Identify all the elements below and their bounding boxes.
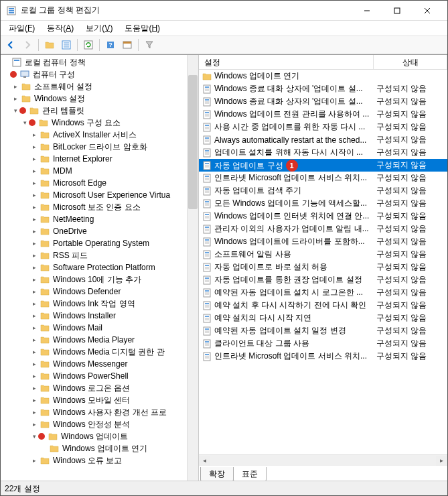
up-button[interactable]: [42, 38, 57, 52]
menu-file[interactable]: 파일(F): [3, 21, 40, 36]
tree-toggle[interactable]: ▸: [30, 361, 38, 367]
tree-node[interactable]: ▸ ActiveX Installer 서비스: [2, 129, 197, 141]
list-row[interactable]: 자동 업데이트 구성1 구성되지 않음: [199, 159, 447, 172]
tree-node[interactable]: ▸ Windows 설정: [2, 92, 197, 105]
tree-node[interactable]: ▸ OneDrive: [2, 225, 197, 237]
tree-node[interactable]: ▸ MDM: [2, 165, 197, 177]
list-row[interactable]: Windows 업데이트 인터넷 위치에 연결 안... 구성되지 않음: [199, 210, 447, 223]
list-row[interactable]: 자동 업데이트를 통한 권장 업데이트 설정 구성되지 않음: [199, 273, 447, 286]
menu-help[interactable]: 도움말(H): [119, 21, 165, 36]
tree-node[interactable]: ▸ Windows Media Player: [2, 334, 197, 346]
tree-toggle[interactable]: ▸: [30, 373, 38, 379]
tree-panel[interactable]: 로컬 컴퓨터 정책 컴퓨터 구성 ▸ 소프트웨어 설정 ▸ Windows 설정…: [1, 55, 199, 481]
list-row[interactable]: 관리자 이외의 사용자가 업데이트 알림 내... 구성되지 않음: [199, 223, 447, 235]
tree-node[interactable]: ▸ Windows Ink 작업 영역: [2, 298, 197, 310]
tree-toggle[interactable]: ▸: [30, 421, 38, 428]
filter-button[interactable]: [142, 38, 157, 52]
tree-toggle[interactable]: ▸: [30, 397, 38, 404]
tree-toggle[interactable]: ▸: [30, 180, 38, 186]
tree-node[interactable]: 로컬 컴퓨터 정책: [2, 56, 197, 68]
tree-toggle[interactable]: ▾: [30, 433, 38, 440]
tree-node[interactable]: ▸ Microsoft Edge: [2, 177, 197, 189]
tree-node[interactable]: ▸ Software Protection Platform: [2, 261, 197, 273]
list-row[interactable]: Windows 종료 대화 상자에 '업데이트 설... 구성되지 않음: [199, 82, 447, 95]
tree-node[interactable]: ▸ Microsoft User Experience Virtua: [2, 189, 197, 201]
list-row[interactable]: 예약된 자동 업데이트 설치 일정 변경 구성되지 않음: [199, 324, 447, 337]
list-row[interactable]: Always automatically restart at the sche…: [199, 133, 447, 146]
help-button[interactable]: ?: [103, 38, 118, 52]
tree-toggle[interactable]: ▸: [30, 312, 38, 319]
menu-action[interactable]: 동작(A): [42, 21, 79, 36]
tree-node[interactable]: ▸ Portable Operating System: [2, 237, 197, 249]
tab-extended[interactable]: 확장: [200, 467, 234, 481]
tree-node[interactable]: ▸ Windows 모바일 센터: [2, 394, 197, 406]
list-row[interactable]: 사용 시간 중 업데이트를 위한 자동 다시 ... 구성되지 않음: [199, 121, 447, 133]
tree-toggle[interactable]: ▸: [30, 349, 38, 355]
forward-button[interactable]: [20, 38, 35, 52]
list-row[interactable]: 업데이트 설치를 위해 자동 다시 시작이 ... 구성되지 않음: [199, 146, 447, 159]
menu-view[interactable]: 보기(V): [80, 21, 118, 36]
tree-node[interactable]: ▸ Windows 사용자 환경 개선 프로: [2, 406, 197, 418]
list-row[interactable]: 모든 Windows 업데이트 기능에 액세스할... 구성되지 않음: [199, 197, 447, 210]
tree-toggle[interactable]: ▾: [21, 119, 29, 126]
tree-node[interactable]: 컴퓨터 구성: [2, 68, 197, 80]
tree-node[interactable]: ▾ Windows 구성 요소: [2, 117, 197, 129]
details-button[interactable]: [59, 38, 74, 52]
tree-node[interactable]: ▾ Windows 업데이트: [2, 430, 197, 442]
list-row[interactable]: Windows 종료 대화 상자의 '업데이트 설... 구성되지 않음: [199, 95, 447, 108]
tree-toggle[interactable]: ▸: [30, 168, 38, 174]
list-row[interactable]: 예약된 자동 업데이트 설치 시 로그온한 ... 구성되지 않음: [199, 286, 447, 299]
tree-toggle[interactable]: ▸: [30, 156, 38, 162]
column-setting[interactable]: 설정: [199, 55, 374, 69]
tree-scrollbar[interactable]: [187, 55, 198, 481]
tree-node[interactable]: ▸ NetMeeting: [2, 213, 197, 225]
close-button[interactable]: [412, 1, 442, 20]
list-row[interactable]: 인트라넷 Microsoft 업데이트 서비스 위치... 구성되지 않음: [199, 172, 447, 184]
tree-toggle[interactable]: ▸: [30, 192, 38, 198]
tree-toggle[interactable]: ▸: [30, 457, 38, 464]
tree-toggle[interactable]: ▸: [30, 216, 38, 223]
tree-toggle[interactable]: ▸: [30, 240, 38, 247]
tree-toggle[interactable]: ▸: [30, 288, 38, 295]
tree-node[interactable]: ▸ RSS 피드: [2, 249, 197, 261]
tree-toggle[interactable]: ▸: [30, 228, 38, 235]
tree-node[interactable]: ▸ Windows Installer: [2, 310, 197, 322]
tree-node[interactable]: ▸ Windows PowerShell: [2, 370, 197, 382]
tree-node[interactable]: ▸ 소프트웨어 설정: [2, 80, 197, 92]
list-row[interactable]: 자동 업데이트로 바로 설치 허용 구성되지 않음: [199, 261, 447, 273]
tree-toggle[interactable]: ▸: [30, 264, 38, 271]
tree-node[interactable]: ▸ Windows 10에 기능 추가: [2, 273, 197, 286]
tree-toggle[interactable]: ▸: [30, 131, 38, 138]
tree-toggle[interactable]: ▸: [11, 83, 19, 90]
list-row[interactable]: Windows 업데이트 전원 관리를 사용하여 ... 구성되지 않음: [199, 108, 447, 121]
tree-node[interactable]: ▸ Windows Defender: [2, 286, 197, 298]
tree-toggle[interactable]: ▸: [30, 204, 38, 210]
tree-node[interactable]: ▾ 관리 템플릿: [2, 105, 197, 117]
list-hscrollbar[interactable]: ◄ ►: [199, 454, 447, 466]
minimize-button[interactable]: [352, 1, 382, 20]
tree-toggle[interactable]: ▸: [30, 409, 38, 416]
list-row[interactable]: 클라이언트 대상 그룹 사용 구성되지 않음: [199, 337, 447, 350]
tree-toggle[interactable]: ▸: [30, 385, 38, 391]
tree-node[interactable]: ▸ Windows Messenger: [2, 358, 197, 370]
tree-node[interactable]: Windows 업데이트 연기: [2, 442, 197, 454]
tree-node[interactable]: ▸ Windows 오류 보고: [2, 454, 197, 467]
hscroll-right[interactable]: ►: [436, 456, 447, 466]
tree-toggle[interactable]: ▸: [30, 324, 38, 331]
tree-toggle[interactable]: ▸: [30, 336, 38, 343]
list-row[interactable]: 소프트웨어 알림 사용 구성되지 않음: [199, 248, 447, 261]
tree-node[interactable]: ▸ Microsoft 보조 인증 요소: [2, 201, 197, 213]
tree-toggle[interactable]: ▸: [11, 95, 19, 102]
tree-scroll-thumb[interactable]: [188, 75, 198, 209]
tree-toggle[interactable]: ▸: [30, 252, 38, 259]
tree-toggle[interactable]: ▾: [11, 107, 19, 114]
list-row[interactable]: 예약 설치의 다시 시작 지연 구성되지 않음: [199, 312, 447, 324]
hscroll-left[interactable]: ◄: [199, 456, 210, 466]
tree-node[interactable]: ▸ Windows 안정성 분석: [2, 418, 197, 430]
list-row[interactable]: 인트라넷 Microsoft 업데이트 서비스 위치... 구성되지 않음: [199, 350, 447, 363]
export-button[interactable]: [120, 38, 135, 52]
tab-standard[interactable]: 표준: [233, 467, 267, 481]
tree-node[interactable]: ▸ Internet Explorer: [2, 153, 197, 165]
column-status[interactable]: 상태: [374, 55, 447, 69]
list-row[interactable]: Windows 업데이트 연기: [199, 70, 447, 82]
